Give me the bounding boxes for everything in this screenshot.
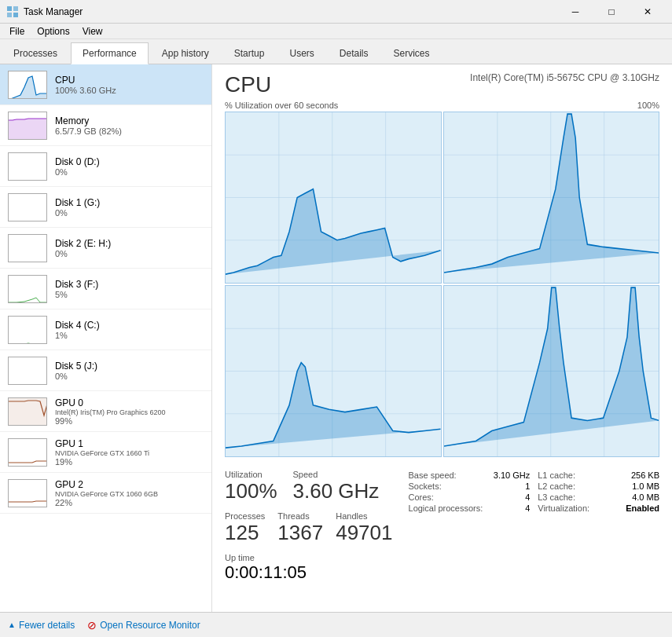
- cpu-graph-3: [225, 285, 442, 457]
- speed-label: Speed: [293, 470, 380, 479]
- fewer-details-label: Fewer details: [19, 620, 75, 631]
- disk0-mini-graph: [8, 152, 47, 181]
- sidebar-item-memory[interactable]: Memory 6.5/7.9 GB (82%): [0, 105, 211, 146]
- cpu-label: CPU: [55, 75, 204, 86]
- disk5-info: Disk 5 (J:) 0%: [55, 361, 204, 381]
- sidebar-item-disk5[interactable]: Disk 5 (J:) 0%: [0, 350, 211, 391]
- tab-details[interactable]: Details: [328, 42, 380, 64]
- stats-section: Utilization 100% Speed 3.60 GHz Processe…: [225, 465, 659, 586]
- threads-stat: Threads 1367: [277, 511, 323, 545]
- disk1-mini-graph: [8, 193, 47, 221]
- gpu2-value: 22%: [55, 498, 204, 507]
- gpu1-sub: NVIDIA GeForce GTX 1660 Ti: [55, 449, 196, 457]
- svg-rect-7: [9, 194, 47, 221]
- tab-performance[interactable]: Performance: [71, 42, 149, 64]
- sidebar-item-disk1[interactable]: Disk 1 (G:) 0%: [0, 187, 211, 228]
- cores-value: 4: [525, 492, 530, 502]
- svg-rect-9: [9, 276, 47, 303]
- tab-startup[interactable]: Startup: [222, 42, 277, 64]
- handles-value: 49701: [336, 521, 392, 545]
- menu-options[interactable]: Options: [31, 24, 75, 38]
- disk0-label: Disk 0 (D:): [55, 156, 204, 167]
- gpu1-label: GPU 1: [55, 438, 204, 449]
- disk1-label: Disk 1 (G:): [55, 197, 204, 208]
- svg-rect-0: [7, 6, 12, 11]
- gpu0-mini-graph: [8, 397, 47, 426]
- l3-value: 4.0 MB: [632, 492, 659, 502]
- tab-processes[interactable]: Processes: [2, 42, 69, 64]
- sidebar-item-gpu0[interactable]: GPU 0 Intel(R) Iris(TM) Pro Graphics 620…: [0, 391, 211, 432]
- l2-value: 1.0 MB: [632, 481, 659, 491]
- fewer-details-icon: ▲: [8, 621, 16, 629]
- disk5-mini-graph: [8, 357, 47, 385]
- disk3-mini-graph: [8, 275, 47, 303]
- window-controls: ─ □ ✕: [557, 0, 666, 24]
- speed-value: 3.60 GHz: [293, 479, 380, 503]
- cpu-graphs-grid: [225, 112, 659, 457]
- l2-label: L2 cache:: [538, 481, 575, 491]
- gpu1-info: GPU 1 NVIDIA GeForce GTX 1660 Ti 19%: [55, 438, 204, 467]
- speed-stat: Speed 3.60 GHz: [293, 470, 380, 503]
- window-title: Task Manager: [24, 6, 557, 17]
- content-subtitle: Intel(R) Core(TM) i5-5675C CPU @ 3.10GHz: [470, 72, 659, 83]
- cores-row: Cores: 4: [409, 492, 531, 503]
- gpu0-info: GPU 0 Intel(R) Iris(TM) Pro Graphics 620…: [55, 397, 204, 426]
- open-monitor-label: Open Resource Monitor: [100, 620, 200, 631]
- threads-label: Threads: [277, 511, 323, 521]
- stats-left: Utilization 100% Speed 3.60 GHz Processe…: [225, 470, 393, 586]
- sidebar-item-disk2[interactable]: Disk 2 (E: H:) 0%: [0, 228, 211, 269]
- tab-services[interactable]: Services: [382, 42, 442, 64]
- open-resource-monitor-button[interactable]: ⊘ Open Resource Monitor: [87, 619, 200, 632]
- sidebar-item-gpu1[interactable]: GPU 1 NVIDIA GeForce GTX 1660 Ti 19%: [0, 432, 211, 473]
- uptime-label: Up time: [225, 553, 393, 562]
- gpu2-sub: NVIDIA GeForce GTX 1060 6GB: [55, 490, 196, 498]
- l1-value: 256 KB: [631, 470, 659, 480]
- sidebar-item-disk0[interactable]: Disk 0 (D:) 0%: [0, 146, 211, 187]
- sidebar-item-cpu[interactable]: CPU 100% 3.60 GHz: [0, 64, 211, 105]
- base-speed-label: Base speed:: [409, 470, 457, 480]
- content-title: CPU: [225, 72, 271, 97]
- maximize-button[interactable]: □: [593, 0, 630, 24]
- graph-label: % Utilization over 60 seconds: [225, 101, 338, 110]
- l3-label: L3 cache:: [538, 492, 575, 502]
- menu-file[interactable]: File: [3, 24, 31, 38]
- logical-label: Logical processors:: [409, 503, 483, 513]
- handles-label: Handles: [336, 511, 392, 521]
- disk0-value: 0%: [55, 167, 204, 177]
- svg-rect-10: [9, 317, 47, 344]
- tab-app-history[interactable]: App history: [150, 42, 221, 64]
- sidebar-item-disk3[interactable]: Disk 3 (F:) 5%: [0, 269, 211, 309]
- l1-row: L1 cache: 256 KB: [538, 470, 659, 481]
- menu-view[interactable]: View: [76, 24, 109, 38]
- processes-value: 125: [225, 521, 265, 545]
- graph-max-label: 100%: [637, 101, 659, 110]
- main-layout: CPU 100% 3.60 GHz Memory 6.5/7.9 GB (82%…: [0, 64, 672, 612]
- uptime-stat: Up time 0:00:11:05: [225, 553, 393, 583]
- cpu-graph-2: [443, 112, 660, 284]
- menu-bar: File Options View: [0, 24, 672, 39]
- sidebar-item-gpu2[interactable]: GPU 2 NVIDIA GeForce GTX 1060 6GB 22%: [0, 473, 211, 514]
- l1-label: L1 cache:: [538, 470, 575, 480]
- content-area: CPU Intel(R) Core(TM) i5-5675C CPU @ 3.1…: [212, 64, 672, 612]
- minimize-button[interactable]: ─: [557, 0, 593, 24]
- utilization-value: 100%: [225, 479, 277, 503]
- tab-users[interactable]: Users: [277, 42, 325, 64]
- sockets-label: Sockets:: [409, 481, 442, 491]
- svg-rect-2: [7, 13, 12, 17]
- disk1-info: Disk 1 (G:) 0%: [55, 197, 204, 218]
- stats-right: Base speed: 3.10 GHz L1 cache: 256 KB So…: [409, 470, 659, 586]
- bottom-bar: ▲ Fewer details ⊘ Open Resource Monitor: [0, 612, 672, 637]
- disk2-mini-graph: [8, 234, 47, 262]
- svg-rect-6: [9, 153, 47, 181]
- disk5-value: 0%: [55, 372, 204, 381]
- monitor-icon: ⊘: [87, 619, 97, 632]
- gpu2-label: GPU 2: [55, 479, 204, 490]
- gpu1-mini-graph: [8, 438, 47, 467]
- fewer-details-button[interactable]: ▲ Fewer details: [8, 620, 75, 631]
- sidebar-item-disk4[interactable]: Disk 4 (C:) 1%: [0, 309, 211, 350]
- disk4-label: Disk 4 (C:): [55, 320, 204, 331]
- close-button[interactable]: ✕: [630, 0, 666, 24]
- disk5-label: Disk 5 (J:): [55, 361, 204, 372]
- gpu2-mini-graph: [8, 479, 47, 507]
- content-header: CPU Intel(R) Core(TM) i5-5675C CPU @ 3.1…: [225, 72, 659, 97]
